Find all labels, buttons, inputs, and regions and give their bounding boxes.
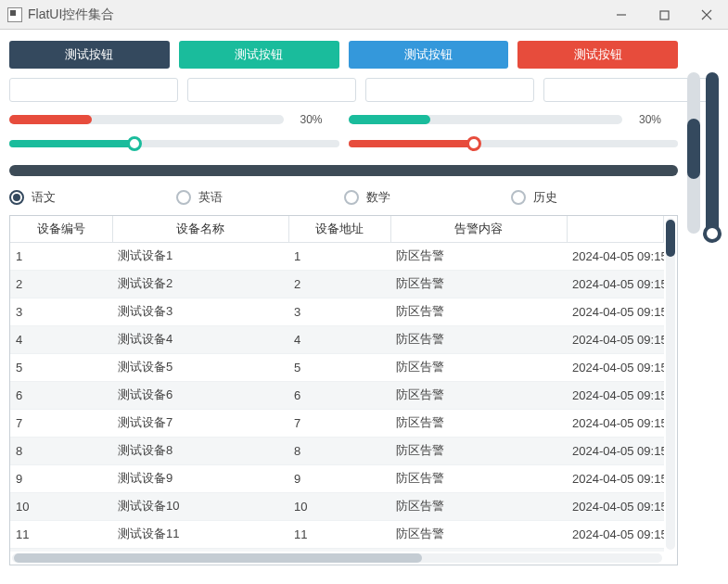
wide-progress-bar[interactable] [9,165,678,176]
test-button-navy[interactable]: 测试按钮 [9,41,170,69]
cell-id: 6 [10,381,112,409]
progress-left: 30% [9,113,339,126]
cell-alarm: 防区告警 [390,464,567,492]
table-row[interactable]: 8测试设备88防区告警2024-04-05 09:15:09 [10,437,664,464]
test-button-green[interactable]: 测试按钮 [179,41,339,69]
vertical-scrollbar-left[interactable] [687,72,700,234]
progress-left-label: 30% [284,113,339,126]
test-button-red[interactable]: 测试按钮 [517,41,678,69]
titlebar: FlatUI控件集合 [0,0,728,30]
cell-alarm: 防区告警 [390,492,567,520]
cell-addr: 10 [288,492,390,520]
close-button[interactable] [685,0,728,30]
cell-id: 3 [10,298,112,325]
col-header-time[interactable] [567,216,664,242]
cell-id: 9 [10,464,112,492]
data-table: 设备编号 设备名称 设备地址 告警内容 1测试设备11防区告警2024-04-0… [9,215,678,565]
table-row[interactable]: 6测试设备66防区告警2024-04-05 09:15:09 [10,381,664,409]
table-row[interactable]: 9测试设备99防区告警2024-04-05 09:15:09 [10,464,664,492]
cell-id: 10 [10,492,112,520]
vertical-slider-right[interactable] [706,72,719,234]
cell-alarm: 防区告警 [390,353,567,381]
cell-id: 8 [10,437,112,464]
input-row [9,78,678,102]
cell-id: 1 [10,242,112,270]
minimize-button[interactable] [600,0,643,30]
table-row[interactable]: 1测试设备11防区告警2024-04-05 09:15:09 [10,242,664,270]
col-header-alarm[interactable]: 告警内容 [390,216,567,242]
table-row[interactable]: 10测试设备1010防区告警2024-04-05 09:15:09 [10,492,664,520]
cell-name: 测试设备9 [112,464,288,492]
cell-addr: 9 [288,464,390,492]
table-row[interactable]: 11测试设备1111防区告警2024-04-05 09:15:09 [10,520,664,548]
table-row[interactable]: 2测试设备22防区告警2024-04-05 09:15:09 [10,270,664,298]
table-horizontal-scrollbar[interactable] [12,553,662,563]
col-header-id[interactable]: 设备编号 [10,216,112,242]
cell-time: 2024-04-05 09:15:09 [567,325,664,353]
vertical-slider-right-thumb[interactable] [703,224,722,243]
table-row[interactable]: 7测试设备77防区告警2024-04-05 09:15:09 [10,409,664,437]
radio-yingyu[interactable]: 英语 [176,189,343,206]
col-header-addr[interactable]: 设备地址 [288,216,390,242]
radio-icon [176,190,191,205]
radio-icon [344,190,359,205]
table-header-row: 设备编号 设备名称 设备地址 告警内容 [10,216,664,242]
svg-rect-1 [660,11,669,19]
cell-time: 2024-04-05 09:15:09 [567,298,664,325]
cell-time: 2024-04-05 09:15:09 [567,464,664,492]
radio-icon [511,190,526,205]
cell-alarm: 防区告警 [390,270,567,298]
table-horizontal-scrollbar-thumb[interactable] [14,553,422,563]
cell-time: 2024-04-05 09:15:09 [567,381,664,409]
app-icon [7,7,22,22]
table-row[interactable]: 4测试设备44防区告警2024-04-05 09:15:09 [10,325,664,353]
table-row[interactable]: 12测试设备1212防区告警2024-04-05 09:15:09 [10,548,664,552]
cell-alarm: 防区告警 [390,298,567,325]
slider-right-thumb[interactable] [466,136,481,151]
cell-time: 2024-04-05 09:15:09 [567,437,664,464]
vertical-scrollbar-left-thumb[interactable] [687,119,700,179]
slider-left-thumb[interactable] [127,136,142,151]
cell-alarm: 防区告警 [390,548,567,552]
maximize-button[interactable] [643,0,685,30]
cell-name: 测试设备3 [112,298,288,325]
radio-yuwen[interactable]: 语文 [9,189,176,206]
col-header-name[interactable]: 设备名称 [112,216,288,242]
cell-time: 2024-04-05 09:15:09 [567,353,664,381]
text-input-2[interactable] [187,78,356,102]
cell-name: 测试设备5 [112,353,288,381]
text-input-1[interactable] [9,78,178,102]
table-vertical-scrollbar-thumb[interactable] [666,220,675,257]
table-row[interactable]: 3测试设备33防区告警2024-04-05 09:15:09 [10,298,664,325]
cell-name: 测试设备4 [112,325,288,353]
table-row[interactable]: 5测试设备55防区告警2024-04-05 09:15:09 [10,353,664,381]
cell-time: 2024-04-05 09:15:09 [567,242,664,270]
cell-addr: 8 [288,437,390,464]
radio-shuxue[interactable]: 数学 [344,189,511,206]
radio-row: 语文 英语 数学 历史 [9,189,678,206]
test-button-blue[interactable]: 测试按钮 [349,41,509,69]
radio-icon [9,190,24,205]
radio-label: 语文 [32,189,56,206]
slider-left[interactable] [9,135,339,152]
radio-lishi[interactable]: 历史 [511,189,678,206]
cell-id: 7 [10,409,112,437]
cell-name: 测试设备12 [112,548,288,552]
cell-name: 测试设备7 [112,409,288,437]
slider-left-track [9,140,339,147]
progress-right-fill [349,115,431,124]
cell-addr: 1 [288,242,390,270]
cell-addr: 5 [288,353,390,381]
slider-right[interactable] [349,135,679,152]
cell-addr: 6 [288,381,390,409]
button-row: 测试按钮 测试按钮 测试按钮 测试按钮 [9,41,678,69]
text-input-3[interactable] [365,78,534,102]
vertical-slider-right-track [706,72,719,234]
cell-alarm: 防区告警 [390,242,567,270]
cell-alarm: 防区告警 [390,381,567,409]
progress-right: 30% [349,113,679,126]
radio-label: 数学 [366,189,390,206]
cell-addr: 12 [288,548,390,552]
cell-time: 2024-04-05 09:15:09 [567,520,664,548]
table-vertical-scrollbar[interactable] [666,218,675,550]
